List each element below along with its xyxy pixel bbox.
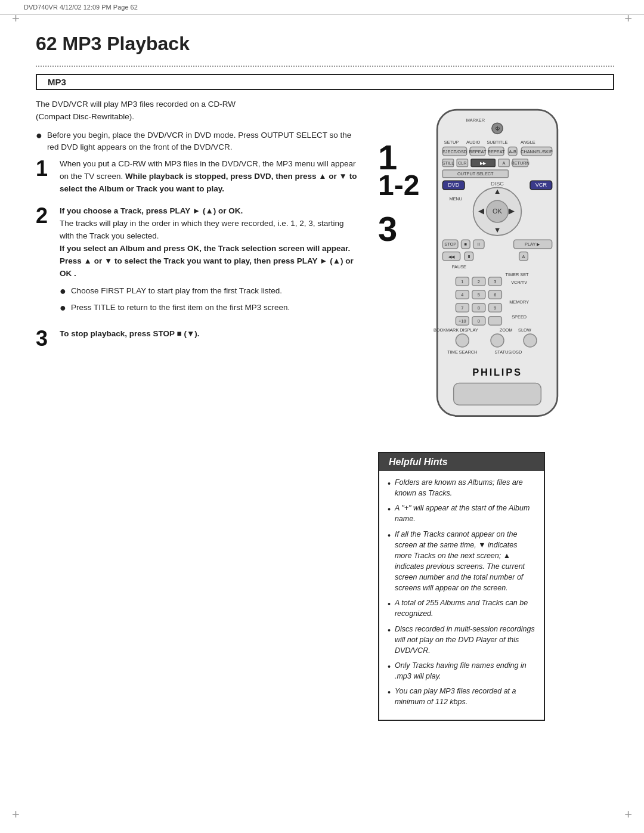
svg-text:9: 9 [494, 305, 496, 311]
bullet-dot-1: ● [36, 130, 42, 141]
svg-text:TIMER SET: TIMER SET [505, 272, 529, 277]
svg-text:A: A [522, 254, 525, 259]
svg-text:STILL: STILL [442, 160, 454, 166]
hint-item: •Folders are known as Albums; files are … [388, 477, 535, 498]
svg-text:TIME SEARCH: TIME SEARCH [447, 349, 477, 355]
two-column-layout: The DVD/VCR will play MP3 files recorded… [36, 98, 614, 721]
header-text: DVD740VR 4/12/02 12:09 PM Page 62 [24, 4, 138, 11]
svg-text:A-B: A-B [509, 149, 516, 154]
step-1: 1 When you put a CD-RW with MP3 files in… [36, 158, 358, 196]
bullet-item-1: ● Before you begin, place the DVD/VCR in… [36, 129, 358, 154]
hint-bullet: • [388, 686, 391, 698]
corner-cross-bl: + [12, 808, 20, 821]
left-column: The DVD/VCR will play MP3 files recorded… [36, 98, 358, 721]
svg-text:3: 3 [494, 279, 496, 284]
svg-text:◀: ◀ [478, 206, 484, 215]
hint-bullet: • [388, 503, 391, 515]
svg-text:▶▶: ▶▶ [480, 160, 487, 166]
svg-text:+10: +10 [459, 318, 466, 324]
svg-text:MEMORY: MEMORY [509, 299, 529, 305]
section-heading: MP3 [36, 74, 614, 90]
svg-text:4: 4 [461, 292, 463, 298]
svg-text:AUDIO: AUDIO [466, 140, 481, 145]
step2-bullet-dot-2: ● [60, 302, 66, 313]
svg-text:REPEAT: REPEAT [488, 149, 505, 154]
svg-text:⏻: ⏻ [496, 126, 500, 131]
bullet-text-1: Before you begin, place the DVD/VCR in D… [47, 129, 358, 154]
svg-text:PAUSE: PAUSE [452, 264, 466, 270]
svg-text:SUBTITLE: SUBTITLE [487, 140, 507, 145]
helpful-hints-box: Helpful Hints •Folders are known as Albu… [378, 452, 545, 721]
step-content-2: If you choose a Track, press PLAY ► (▲) … [60, 205, 358, 318]
hint-bullet: • [388, 478, 391, 490]
step-num-3: 3 [378, 212, 419, 246]
hint-bullet: • [388, 661, 391, 673]
svg-text:■: ■ [465, 241, 467, 247]
intro-text: The DVD/VCR will play MP3 files recorded… [36, 98, 358, 123]
step-number-2: 2 [36, 205, 51, 318]
hint-bullet: • [388, 598, 391, 610]
svg-text:1: 1 [461, 279, 463, 284]
svg-text:VCR: VCR [535, 182, 547, 188]
page-title: 62 MP3 Playback [36, 33, 614, 55]
svg-text:DISC: DISC [491, 181, 504, 187]
svg-text:8: 8 [478, 305, 480, 311]
svg-text:EJECT/OSD: EJECT/OSD [442, 149, 467, 154]
svg-text:SLOW: SLOW [518, 327, 531, 333]
svg-text:◀◀: ◀◀ [448, 254, 455, 259]
svg-text:DVD: DVD [448, 182, 460, 188]
svg-rect-94 [454, 383, 541, 405]
svg-text:ZOOM: ZOOM [500, 327, 513, 333]
svg-rect-84 [488, 317, 501, 326]
svg-text:PLAY ▶: PLAY ▶ [525, 241, 540, 247]
step-number-3: 3 [36, 328, 51, 349]
remote-area: 1 1-2 3 ⏻ MARKER SETUP [378, 104, 545, 434]
hint-bullet: • [388, 529, 391, 541]
svg-text:RETURN: RETURN [511, 160, 530, 166]
svg-text:OK: OK [493, 208, 503, 215]
step-number-1: 1 [36, 158, 51, 196]
svg-text:OUTPUT SELECT: OUTPUT SELECT [457, 171, 494, 176]
svg-text:MENU: MENU [450, 196, 463, 202]
corner-cross-tl: + [12, 12, 20, 25]
svg-point-90 [524, 334, 537, 347]
hint-item: •Only Tracks having file names ending in… [388, 660, 535, 682]
svg-text:VCR/TV: VCR/TV [511, 280, 527, 285]
remote-control: ⏻ MARKER SETUP AUDIO SUBTITLE ANGLE EJEC… [432, 104, 545, 434]
remote-svg: ⏻ MARKER SETUP AUDIO SUBTITLE ANGLE EJEC… [432, 104, 563, 432]
hint-item: •Discs recorded in multi-session recordi… [388, 624, 535, 656]
svg-text:CLR: CLR [458, 160, 467, 166]
hint-item: •A total of 255 Albums and Tracks can be… [388, 597, 535, 619]
helpful-hints-title: Helpful Hints [379, 453, 544, 471]
helpful-hints-content: •Folders are known as Albums; files are … [379, 477, 544, 707]
svg-text:5: 5 [478, 292, 480, 298]
svg-text:⏸: ⏸ [467, 254, 471, 259]
svg-text:6: 6 [494, 292, 496, 298]
svg-text:7: 7 [461, 305, 463, 311]
svg-point-88 [456, 334, 469, 347]
svg-text:STOP: STOP [444, 241, 456, 247]
svg-text:▼: ▼ [494, 225, 501, 234]
svg-text:STATUS/OSD: STATUS/OSD [494, 349, 522, 355]
hint-item: •If all the Tracks cannot appear on the … [388, 529, 535, 594]
svg-text:▲: ▲ [494, 187, 501, 196]
step-content-1: When you put a CD-RW with MP3 files in t… [60, 158, 358, 196]
step2-bullet-dot-1: ● [60, 286, 66, 296]
svg-point-89 [491, 334, 504, 347]
step-num-12: 1-2 [378, 171, 419, 200]
header-bar: DVD740VR 4/12/02 12:09 PM Page 62 [0, 0, 644, 15]
svg-text:2: 2 [478, 279, 480, 284]
step-2: 2 If you choose a Track, press PLAY ► (▲… [36, 205, 358, 318]
corner-cross-tr: + [624, 12, 632, 25]
hint-item: •You can play MP3 files recorded at a mi… [388, 686, 535, 707]
svg-text:MARKER: MARKER [466, 117, 485, 123]
right-column: 1 1-2 3 ⏻ MARKER SETUP [372, 98, 551, 721]
svg-text:CHANNEL/SKIP: CHANNEL/SKIP [521, 149, 553, 154]
svg-text:PHILIPS: PHILIPS [472, 367, 522, 377]
svg-text:SPEED: SPEED [512, 314, 527, 320]
step-content-3: To stop playback, press STOP ■ (▼). [60, 328, 200, 349]
svg-text:▶: ▶ [509, 206, 515, 215]
dotted-separator [36, 66, 614, 67]
hint-item: •A "+" will appear at the start of the A… [388, 503, 535, 524]
svg-text:BOOKMARK DISPLAY: BOOKMARK DISPLAY [434, 327, 478, 333]
